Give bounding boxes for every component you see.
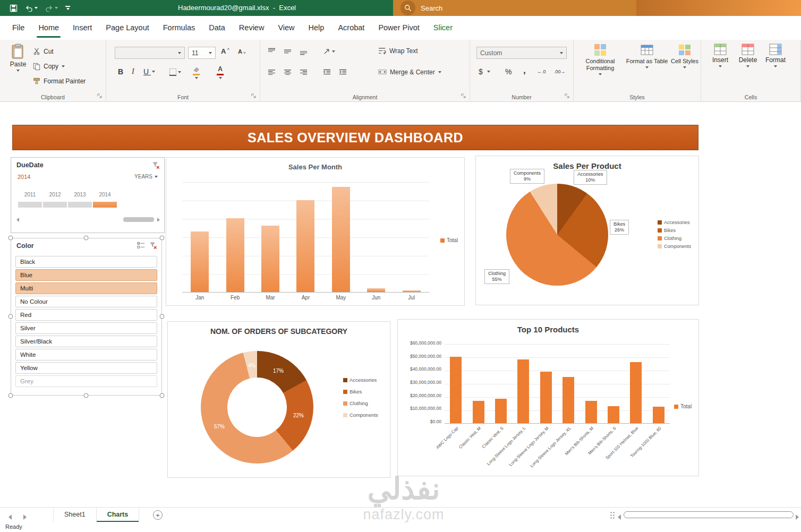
- format-as-table-button[interactable]: Format as Table: [626, 44, 668, 68]
- chevron-down-icon[interactable]: [219, 77, 222, 79]
- bar-3[interactable]: [495, 399, 507, 423]
- chevron-down-icon[interactable]: [774, 65, 777, 67]
- selection-handle[interactable]: [160, 236, 165, 241]
- font-size-combobox[interactable]: 11: [188, 47, 216, 59]
- timeline-year-2014[interactable]: 2014: [92, 192, 117, 208]
- chevron-down-icon[interactable]: [152, 71, 155, 73]
- chevron-down-icon[interactable]: [683, 66, 686, 68]
- chevron-down-icon[interactable]: [35, 7, 38, 9]
- decrease-decimal-button[interactable]: .00→: [554, 69, 566, 74]
- conditional-formatting-button[interactable]: Conditional Formatting: [577, 44, 624, 75]
- timeline-year-2011[interactable]: 2011: [18, 192, 42, 208]
- increase-decimal-button[interactable]: ←.0: [537, 69, 546, 74]
- ribbon-tab-home[interactable]: Home: [31, 16, 66, 40]
- chevron-down-icon[interactable]: [332, 50, 335, 53]
- number-format-combobox[interactable]: Custom: [476, 47, 567, 59]
- align-center-button[interactable]: [284, 68, 292, 76]
- sheet-nav-left-button[interactable]: [8, 512, 12, 522]
- ribbon-tab-insert[interactable]: Insert: [66, 16, 99, 40]
- bar-apr[interactable]: [296, 200, 314, 292]
- tab-splitter-handle[interactable]: [610, 511, 615, 519]
- ribbon-tab-page-layout[interactable]: Page Layout: [99, 16, 156, 40]
- search-box[interactable]: Search: [393, 0, 636, 16]
- bar-7[interactable]: [585, 401, 597, 424]
- bar-8[interactable]: [608, 406, 619, 424]
- copy-button[interactable]: Copy: [33, 62, 86, 71]
- align-bottom-button[interactable]: [300, 47, 308, 55]
- bar-2[interactable]: [473, 401, 484, 424]
- orientation-button[interactable]: [323, 47, 335, 55]
- timeline-scrollbar-thumb[interactable]: [123, 217, 154, 222]
- ribbon-tab-file[interactable]: File: [5, 16, 31, 40]
- timeline-year-bar[interactable]: [43, 202, 67, 208]
- bar-4[interactable]: [517, 359, 529, 423]
- timeline-clear-filter-button[interactable]: [152, 161, 160, 169]
- increase-font-size-button[interactable]: A˄: [221, 47, 229, 55]
- ribbon-tab-data[interactable]: Data: [202, 16, 232, 40]
- slicer-item-white[interactable]: White: [15, 349, 157, 361]
- font-color-button[interactable]: A: [217, 66, 224, 79]
- sales-per-month-chart[interactable]: Sales Per Month JanFebMarAprMayJunJul To…: [166, 157, 465, 306]
- percent-style-button[interactable]: %: [505, 67, 512, 76]
- hscroll-left-button[interactable]: [618, 512, 621, 522]
- chevron-down-icon[interactable]: [62, 65, 65, 67]
- product-pie[interactable]: [506, 184, 608, 286]
- ribbon-tab-view[interactable]: View: [271, 16, 301, 40]
- sheet-tab-charts[interactable]: Charts: [97, 508, 140, 522]
- chevron-down-icon[interactable]: [487, 71, 490, 73]
- timeline-scroll-right-button[interactable]: [155, 216, 162, 223]
- horizontal-scrollbar-thumb[interactable]: [624, 511, 794, 518]
- increase-indent-button[interactable]: [339, 68, 347, 76]
- insert-cells-button[interactable]: Insert: [708, 44, 733, 67]
- chevron-down-icon[interactable]: [178, 71, 181, 73]
- selection-handle[interactable]: [160, 393, 165, 398]
- new-sheet-button[interactable]: +: [153, 510, 163, 520]
- ribbon-tab-slicer[interactable]: Slicer: [427, 16, 459, 40]
- slicer-item-blue[interactable]: Blue: [15, 269, 157, 281]
- format-cells-button[interactable]: Format: [763, 44, 788, 67]
- slicer-item-silver-black[interactable]: Silver/Black: [15, 336, 157, 347]
- slicer-item-yellow[interactable]: Yellow: [15, 362, 157, 374]
- align-left-button[interactable]: [268, 68, 276, 76]
- sheet-tab-sheet1[interactable]: Sheet1: [54, 508, 97, 522]
- bar-9[interactable]: [630, 362, 642, 423]
- chevron-down-icon[interactable]: [438, 71, 441, 73]
- chevron-down-icon[interactable]: [155, 176, 158, 178]
- timeline-year-bar[interactable]: [93, 202, 117, 208]
- timeline-year-2013[interactable]: 2013: [67, 192, 92, 208]
- ribbon-tab-review[interactable]: Review: [232, 16, 271, 40]
- decrease-indent-button[interactable]: [323, 68, 331, 76]
- bar-jul[interactable]: [403, 290, 421, 293]
- borders-button[interactable]: [169, 68, 181, 76]
- bar-mar[interactable]: [261, 226, 279, 292]
- timeline-period-selector[interactable]: YEARS: [134, 174, 158, 179]
- selection-handle[interactable]: [160, 314, 165, 319]
- chevron-down-icon[interactable]: [719, 65, 722, 67]
- ribbon-tab-formulas[interactable]: Formulas: [156, 16, 202, 40]
- timeline-year-bar[interactable]: [68, 202, 92, 208]
- format-painter-button[interactable]: Format Painter: [33, 76, 86, 86]
- ribbon-tab-acrobat[interactable]: Acrobat: [331, 16, 371, 40]
- bar-10[interactable]: [653, 407, 664, 423]
- timeline-year-bar[interactable]: [18, 202, 42, 208]
- subcategory-orders-chart[interactable]: NOM. OF ORDERS OF SUBCATEGORY 17% 22% 57…: [167, 321, 390, 478]
- multi-select-button[interactable]: [137, 242, 145, 250]
- cell-styles-button[interactable]: Cell Styles: [670, 44, 699, 68]
- bar-feb[interactable]: [226, 218, 244, 292]
- align-top-button[interactable]: [268, 47, 276, 55]
- bar-jan[interactable]: [191, 231, 209, 292]
- cut-button[interactable]: Cut: [33, 47, 86, 56]
- redo-button[interactable]: [45, 5, 58, 12]
- bar-5[interactable]: [540, 372, 552, 424]
- hscroll-right-button[interactable]: [796, 512, 799, 522]
- slicer-item-silver[interactable]: Silver: [15, 322, 157, 334]
- comma-style-button[interactable]: ,: [523, 65, 526, 76]
- bold-button[interactable]: B: [118, 67, 123, 76]
- chevron-down-icon[interactable]: [560, 52, 563, 54]
- chevron-down-icon[interactable]: [746, 65, 749, 67]
- slicer-item-black[interactable]: Black: [15, 256, 157, 268]
- selection-handle[interactable]: [8, 236, 13, 241]
- selection-handle[interactable]: [84, 393, 89, 398]
- timeline-year-2012[interactable]: 2012: [42, 192, 67, 208]
- selection-handle[interactable]: [84, 236, 89, 241]
